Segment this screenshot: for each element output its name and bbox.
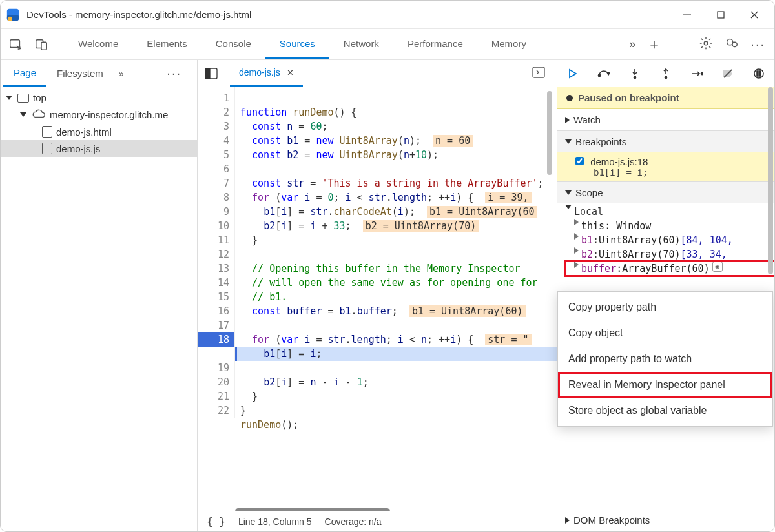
more-icon[interactable]: ··· (750, 37, 765, 52)
svg-rect-7 (10, 39, 20, 47)
ctx-store-global[interactable]: Store object as global variable (558, 398, 772, 424)
deactivate-breakpoints-icon[interactable] (721, 67, 734, 80)
code-content: function runDemo() { const n = 60; const… (235, 87, 557, 446)
breakpoint-item[interactable]: demo-js.js:18 b1[i] = i; (557, 152, 774, 181)
scope-local-header[interactable]: Local (565, 205, 774, 219)
main-toolbar: Welcome Elements Console Sources Network… (1, 29, 774, 60)
titlebar: DevTools - memory-inspector.glitch.me/de… (1, 1, 774, 29)
maximize-icon[interactable] (715, 9, 727, 21)
tab-sources[interactable]: Sources (265, 29, 329, 59)
step-out-icon[interactable] (659, 67, 672, 80)
editor-pane: demo-js.js ✕ 123456789101112131415161718… (198, 60, 557, 531)
scope-label: Scope (575, 187, 603, 198)
editor-file-tab[interactable]: demo-js.js ✕ (230, 60, 303, 87)
code-editor[interactable]: 12345678910111213141516171819202122 func… (198, 87, 557, 531)
svg-rect-22 (757, 71, 758, 76)
scope-b1[interactable]: b1: Uint8Array(60) [84, 104, (565, 233, 774, 247)
navigator-tabs: Page Filesystem » ··· (1, 60, 197, 87)
chevron-down-icon (6, 96, 12, 100)
navigator-tab-filesystem[interactable]: Filesystem (46, 60, 114, 87)
editor-header: demo-js.js ✕ (198, 60, 557, 87)
svg-rect-23 (760, 71, 761, 76)
svg-point-2 (8, 16, 12, 21)
window-title: DevTools - memory-inspector.glitch.me/de… (26, 9, 251, 20)
editor-footer: { } Line 18, Column 5 Coverage: n/a (198, 511, 557, 531)
tabs-overflow-icon[interactable]: » (629, 37, 636, 51)
toggle-navigator-icon[interactable] (202, 64, 221, 83)
vertical-scrollbar[interactable] (545, 91, 554, 349)
navigator-more-icon[interactable]: ··· (154, 66, 194, 81)
cursor-position: Line 18, Column 5 (238, 517, 312, 527)
dom-breakpoints-section[interactable]: DOM Breakpoints (557, 509, 765, 531)
pause-on-exceptions-icon[interactable] (752, 67, 765, 80)
ctx-copy-property-path[interactable]: Copy property path (558, 294, 772, 320)
file-icon (42, 143, 52, 154)
step-icon[interactable] (690, 67, 703, 80)
devtools-icon (6, 8, 20, 22)
chevron-right-icon (574, 247, 579, 254)
tab-performance[interactable]: Performance (393, 29, 477, 59)
debug-toolbar (557, 60, 774, 87)
chevron-down-icon (20, 112, 26, 117)
window-controls (681, 9, 769, 21)
scope-b2[interactable]: b2: Uint8Array(70) [33, 34, (565, 247, 774, 261)
ctx-add-to-watch[interactable]: Add property path to watch (558, 346, 772, 372)
chevron-right-icon (565, 117, 570, 123)
resume-icon[interactable] (566, 67, 579, 80)
breakpoints-section: Breakpoints demo-js.js:18 b1[i] = i; (557, 131, 774, 182)
step-into-icon[interactable] (628, 67, 641, 80)
svg-point-10 (705, 41, 708, 45)
breakpoint-code: b1[i] = i; (575, 167, 767, 178)
debugger-pane: Paused on breakpoint Watch Breakpoints d… (557, 60, 774, 531)
step-over-icon[interactable] (597, 67, 610, 80)
panel-tabs: Welcome Elements Console Sources Network… (64, 29, 541, 59)
close-file-icon[interactable]: ✕ (287, 68, 294, 77)
tree-domain[interactable]: memory-inspector.glitch.me (1, 106, 197, 123)
scope-header[interactable]: Scope (557, 182, 774, 203)
pretty-print-icon[interactable]: { } (207, 515, 225, 527)
navigator-pane: Page Filesystem » ··· top memory-inspect… (1, 60, 198, 531)
minimize-icon[interactable] (681, 9, 693, 21)
chevron-down-icon (565, 139, 572, 144)
svg-rect-9 (41, 42, 46, 50)
navigator-tab-page[interactable]: Page (3, 60, 46, 87)
cloud-icon (32, 108, 46, 121)
tab-memory[interactable]: Memory (477, 29, 541, 59)
device-icon[interactable] (32, 35, 51, 54)
file-icon (42, 126, 52, 138)
scope-buffer[interactable]: buffer: ArrayBuffer(60)◉ (565, 261, 774, 276)
tab-network[interactable]: Network (329, 29, 393, 59)
tree-file-html[interactable]: demo-js.html (1, 123, 197, 140)
breakpoints-label: Breakpoints (575, 136, 626, 147)
ctx-copy-object[interactable]: Copy object (558, 320, 772, 346)
context-menu: Copy property path Copy object Add prope… (557, 291, 773, 427)
ctx-reveal-memory-inspector[interactable]: Reveal in Memory Inspector panel (558, 372, 772, 398)
svg-point-18 (665, 76, 666, 78)
navigator-tabs-overflow-icon[interactable]: » (114, 68, 129, 79)
watch-section[interactable]: Watch (557, 109, 774, 131)
scope-this[interactable]: this: Window (565, 219, 774, 233)
tree-file-js[interactable]: demo-js.js (1, 140, 197, 157)
settings-icon[interactable] (699, 36, 713, 52)
tree-root-label: top (33, 92, 46, 103)
breakpoint-checkbox[interactable] (575, 157, 584, 165)
main-layout: Page Filesystem » ··· top memory-inspect… (1, 60, 774, 531)
frame-icon (17, 94, 29, 103)
close-icon[interactable] (749, 9, 760, 21)
tab-elements[interactable]: Elements (132, 29, 202, 59)
chevron-right-icon (565, 517, 570, 524)
breakpoint-label: demo-js.js:18 (590, 156, 648, 167)
feedback-icon[interactable] (725, 36, 739, 52)
tree-file-label: demo-js.js (56, 143, 100, 154)
toggle-debugger-icon[interactable] (524, 66, 553, 80)
chevron-right-icon (574, 219, 579, 225)
add-tab-icon[interactable]: ＋ (647, 35, 661, 54)
memory-icon[interactable]: ◉ (712, 261, 723, 272)
breakpoints-header[interactable]: Breakpoints (557, 131, 774, 152)
chevron-right-icon (574, 261, 579, 268)
tab-console[interactable]: Console (202, 29, 265, 59)
tree-root[interactable]: top (1, 90, 197, 106)
chevron-down-icon (565, 190, 572, 195)
tab-welcome[interactable]: Welcome (64, 29, 132, 59)
inspect-icon[interactable] (6, 35, 25, 54)
